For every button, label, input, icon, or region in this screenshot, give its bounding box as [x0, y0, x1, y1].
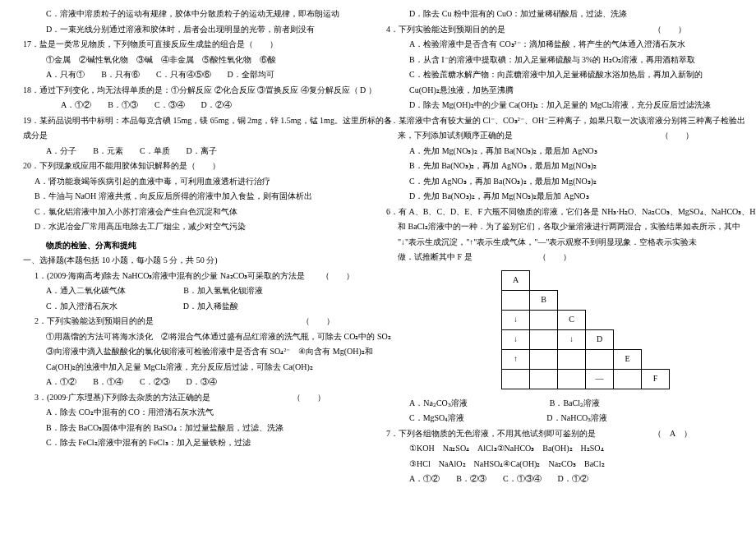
q6-cd: C．MgSO₄溶液 D．NaHCO₃溶液 — [386, 411, 733, 426]
q7-choices: A．①② B．②③ C．①③④ D．①② — [386, 472, 733, 487]
cell-e: E — [614, 349, 642, 369]
left-column: C．溶液中溶质粒子的运动有规律，胶体中分散质粒子的运动无规律，即布朗运动 D．一… — [15, 7, 378, 527]
cell-a: A — [502, 270, 530, 290]
cell-down-1: ↓ — [502, 310, 530, 329]
question-5: 5．某溶液中含有较大量的 Cl⁻、CO₃²⁻、OH⁻三种离子，如果只取一次该溶液… — [386, 113, 733, 129]
s1-ab: A．通入二氧化碳气体 B．加入氢氧化钡溶液 — [23, 283, 370, 299]
selection-header: 一、选择题(本题包括 10 小题，每小题 5 分，共 50 分) — [23, 253, 370, 269]
right-column: D．除去 Cu 粉中混有的 CuO：加过量稀硝酸后，过滤、洗涤 4．下列实验能达… — [378, 7, 741, 527]
question-6: 6．有 A、B、C、D、E、F 六瓶不同物质的溶液，它们各是 NH₃·H₂O、N… — [386, 205, 733, 220]
cell-dash: — — [586, 369, 614, 389]
q6-l4: 做．试推断其中 F 是 （ ） — [386, 250, 733, 265]
question-20: 20．下列现象或应用不能用胶体知识解释的是（ ） — [23, 159, 370, 174]
question-18: 18．通过下列变化，均无法得单质的是：①分解反应 ②化合反应 ③置换反应 ④复分… — [23, 83, 370, 99]
q19-cont: 成分是 — [23, 128, 370, 144]
q4-c-cont: Cu(OH)₂悬浊液，加热至沸腾 — [386, 83, 733, 99]
question-7: 7．下列各组物质的无色溶液，不用其他试剂即可鉴别的是 （ A ） — [386, 426, 733, 442]
cell-down-3: ↓ — [558, 329, 586, 349]
q4-b: B．从含 I⁻的溶液中提取碘：加入足量稀硫酸与 3%的 H₂O₂溶液，再用酒精萃… — [386, 53, 733, 68]
q18-choices: A．①② B．①③ C．③④ D．②④ — [23, 98, 370, 113]
cell-d: D — [586, 329, 614, 349]
question-17: 17．盐是一类常见物质，下列物质可直接反应生成盐的组合是（ ） — [23, 37, 370, 53]
s3-d: D．除去 Cu 粉中混有的 CuO：加过量稀硝酸后，过滤、洗涤 — [386, 7, 733, 22]
q4-c: C．检验蔗糖水解产物：向蔗糖溶液中加入足量稀硫酸水浴加热后，再加入新制的 — [386, 67, 733, 83]
q20-d: D．水泥冶金厂常用高压电除去工厂烟尘，减少对空气污染 — [23, 219, 370, 235]
s-question-3: 3．(2009·广东理基)下列除去杂质的方法正确的是 （ ） — [23, 390, 370, 406]
cell-down-2: ↓ — [502, 329, 530, 349]
s1-cd: C．加入澄清石灰水 D．加入稀盐酸 — [23, 299, 370, 315]
cell-up: ↑ — [502, 349, 530, 369]
q7-line2: ③HCl NaAlO₂ NaHSO₄④Ca(OH)₂ Na₂CO₃ BaCl₂ — [386, 457, 733, 472]
s3-c: C．除去 FeCl₂溶液中混有的 FeCl₃：加入足量铁粉，过滤 — [23, 435, 370, 451]
q17-items: ①金属 ②碱性氧化物 ③碱 ④非金属 ⑤酸性氧化物 ⑥酸 — [23, 53, 370, 68]
q6-l2: 和 BaCl₂溶液中的一种．为了鉴别它们，各取少量溶液进行两两混合，实验结果如表… — [386, 219, 733, 235]
q7-line1: ①KOH Na₂SO₄ AlCl₃②NaHCO₃ Ba(OH)₂ H₂SO₄ — [386, 441, 733, 457]
s2-choices: A．①② B．①④ C．②③ D．③④ — [23, 375, 370, 390]
q4-d: D．除去 Mg(OH)₂中的少量 Ca(OH)₂：加入足量的 MgCl₂溶液，充… — [386, 98, 733, 113]
s-question-1: 1．(2009·海南高考)除去 NaHCO₃溶液中混有的少量 Na₂CO₃可采取… — [23, 269, 370, 284]
q6-result-table: A B ↓ C ↓ ↓ D ↑ — [501, 270, 733, 389]
q6-ab: A．Na₂CO₃溶液 B．BaCl₂溶液 — [386, 396, 733, 412]
q20-a: A．肾功能衰竭等疾病引起的血液中毒，可利用血液透析进行治疗 — [23, 174, 370, 190]
s2-line1: ①用蒸馏的方法可将海水淡化 ②将混合气体通过盛有品红溶液的洗气瓶，可除去 CO₂… — [23, 329, 370, 345]
s-question-2: 2．下列实验能达到预期目的的是 （ ） — [23, 314, 370, 329]
q20-c: C．氯化铝溶液中加入小苏打溶液会产生白色沉淀和气体 — [23, 205, 370, 220]
q5-b: B．先加 Ba(NO₃)₂，再加 AgNO₃，最后加 Mg(NO₃)₂ — [386, 159, 733, 174]
q19-choices: A．分子 B．元素 C．单质 D．离子 — [23, 144, 370, 159]
q5-cont: 来，下列添加试剂顺序正确的是 （ ） — [386, 128, 733, 144]
cell-c: C — [558, 310, 586, 329]
cell-b: B — [530, 290, 558, 310]
section-title: 物质的检验、分离和提纯 — [23, 238, 370, 254]
s3-a: A．除去 CO₂中混有的 CO：用澄清石灰水洗气 — [23, 405, 370, 421]
q4-a: A．检验溶液中是否含有 CO₃²⁻：滴加稀盐酸，将产生的气体通入澄清石灰水 — [386, 37, 733, 53]
cell-f: F — [642, 369, 670, 389]
q6-l3: "↓"表示生成沉淀，"↑"表示生成气体，"—"表示观察不到明显现象．空格表示实验… — [386, 235, 733, 251]
q20-b: B．牛油与 NaOH 溶液共煮，向反应后所得的溶液中加入食盐，则有固体析出 — [23, 189, 370, 205]
q5-a: A．先加 Mg(NO₃)₂，再加 Ba(NO₃)₂，最后加 AgNO₃ — [386, 144, 733, 159]
s2-line3: Ca(OH)₂的浊液中加入足量 MgCl₂溶液，充分反应后过滤，可除去 Ca(O… — [23, 360, 370, 375]
q17-choices: A．只有① B．只有⑥ C．只有④⑤⑥ D．全部均可 — [23, 67, 370, 83]
s3-b: B．除去 BaCO₃固体中混有的 BaSO₄：加过量盐酸后，过滤、洗涤 — [23, 421, 370, 436]
option-c: C．溶液中溶质粒子的运动有规律，胶体中分散质粒子的运动无规律，即布朗运动 — [23, 7, 370, 22]
s2-line2: ③向溶液中滴入盐酸酸化的氯化钡溶液可检验溶液中是否含有 SO₄²⁻ ④向含有 M… — [23, 344, 370, 360]
question-19: 19．某药品说明书中标明：本品每克含碘 15mg，镁 65mg，铜 2mg，锌 … — [23, 113, 370, 129]
q5-d: D．先加 Ba(NO₃)₂，再加 Mg(NO₃)₂最后加 AgNO₃ — [386, 189, 733, 205]
question-4: 4．下列实验能达到预期目的的是 （ ） — [386, 22, 733, 38]
option-d: D．一束光线分别通过溶液和胶体时，后者会出现明显的光带，前者则没有 — [23, 22, 370, 38]
q5-c: C．先加 AgNO₃，再加 Ba(NO₃)₂，最后加 Mg(NO₃)₂ — [386, 174, 733, 190]
